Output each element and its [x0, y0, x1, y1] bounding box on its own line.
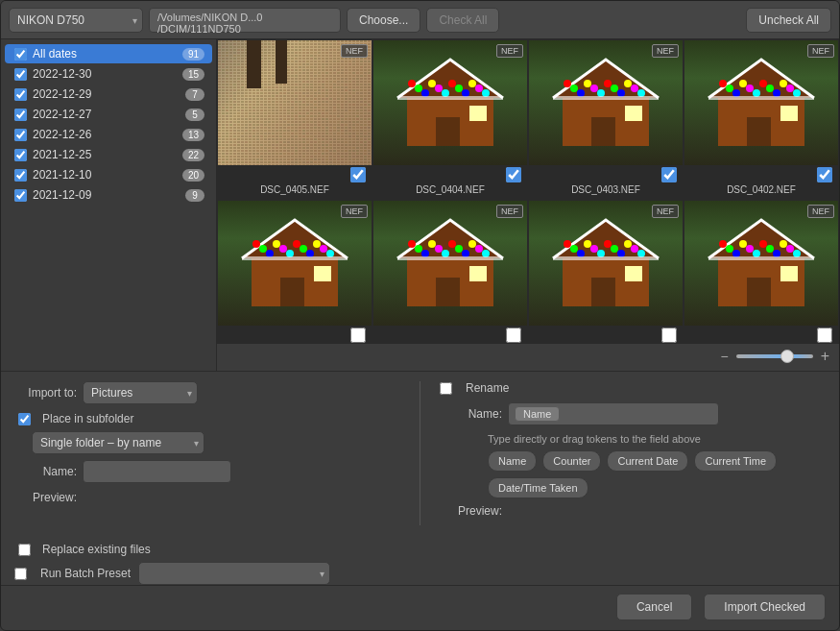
sidebar-badge-all-dates: 91 [182, 48, 204, 61]
token-btn-current-date[interactable]: Current Date [607, 450, 688, 472]
zoom-slider[interactable] [736, 354, 813, 358]
sidebar-item-2022-12-30[interactable]: 2022-12-3015 [5, 64, 212, 84]
photo-check-row-1 [373, 165, 527, 184]
choose-button[interactable]: Choose... [347, 8, 420, 33]
rename-checkbox[interactable] [440, 382, 452, 395]
rename-name-label: Name: [440, 407, 502, 421]
sidebar-badge-2022-12-26: 13 [182, 129, 204, 141]
sidebar-badge-2022-12-27: 5 [185, 109, 204, 121]
sidebar-checkbox-2021-12-10[interactable] [14, 169, 27, 182]
token-btn-current-time[interactable]: Current Time [694, 450, 777, 472]
photo-filename-1: DSC_0404.NEF [412, 184, 489, 195]
sidebar-badge-2022-12-29: 7 [185, 88, 204, 101]
check-all-button[interactable]: Check All [426, 8, 499, 33]
rename-preview-row: Preview: [440, 504, 826, 518]
photo-checkbox-0[interactable] [350, 167, 366, 182]
sidebar-badge-2021-12-10: 20 [182, 169, 204, 182]
cancel-button[interactable]: Cancel [616, 594, 692, 620]
photo-nef-badge-5: NEF [496, 205, 523, 218]
photo-cell-6: NEFDSC_0399.NEF [528, 200, 684, 344]
rename-preview-label: Preview: [440, 504, 502, 518]
photo-check-row-0 [218, 165, 372, 184]
sidebar-item-2022-12-27[interactable]: 2022-12-275 [5, 105, 212, 124]
bottom-checks-area: Replace existing files Run Batch Preset [1, 535, 839, 585]
sidebar-item-2021-12-10[interactable]: 2021-12-1020 [5, 165, 212, 184]
sidebar-badge-2021-12-09: 9 [185, 189, 204, 202]
rename-row: Rename [440, 381, 826, 395]
photo-cell-0: NEFDSC_0405.NEF [217, 39, 372, 200]
name-label: Name: [14, 465, 77, 478]
photo-thumb-3 [684, 40, 838, 165]
sidebar-checkbox-2022-12-27[interactable] [14, 109, 27, 121]
sidebar-checkbox-2022-12-26[interactable] [14, 129, 27, 141]
rename-token-field[interactable]: Name [508, 402, 719, 425]
photo-thumb-5 [373, 201, 527, 326]
photo-thumb-1 [373, 40, 527, 165]
sidebar-label-2022-12-29: 2022-12-29 [33, 87, 185, 101]
sidebar-checkbox-2021-12-25[interactable] [14, 149, 27, 161]
run-batch-checkbox[interactable] [14, 568, 27, 580]
sidebar-checkbox-2021-12-09[interactable] [14, 189, 27, 202]
top-bar: NIKON D750 /Volumes/NIKON D...0 /DCIM/11… [1, 1, 839, 39]
photo-nef-badge-4: NEF [341, 205, 368, 218]
device-select[interactable]: NIKON D750 [9, 8, 143, 33]
sidebar-label-2022-12-26: 2022-12-26 [33, 128, 182, 141]
preview-label: Preview: [14, 491, 77, 504]
photo-checkbox-6[interactable] [661, 328, 677, 343]
path-field: /Volumes/NIKON D...0 /DCIM/111ND750 [149, 8, 341, 33]
photo-cell-2: NEFDSC_0403.NEF [528, 39, 684, 200]
sidebar-item-2021-12-25[interactable]: 2021-12-2522 [5, 145, 212, 164]
run-batch-label: Run Batch Preset [40, 567, 131, 580]
sidebar-checkbox-2022-12-30[interactable] [14, 68, 27, 81]
photo-checkbox-7[interactable] [817, 328, 832, 343]
photo-thumb-7 [684, 201, 838, 326]
sidebar-label-2021-12-09: 2021-12-09 [33, 188, 185, 202]
sidebar-item-all-dates[interactable]: All dates91 [5, 44, 212, 63]
run-batch-select[interactable] [138, 562, 330, 585]
name-token-pill: Name [515, 406, 560, 422]
sidebar-item-2022-12-26[interactable]: 2022-12-2613 [5, 125, 212, 144]
uncheck-all-button[interactable]: Uncheck All [746, 8, 831, 33]
subfolder-type-select[interactable]: Single folder – by name [32, 431, 204, 454]
photo-thumb-2 [529, 40, 683, 165]
run-batch-select-wrap [138, 562, 330, 585]
sidebar-badge-2021-12-25: 22 [182, 149, 204, 161]
photo-checkbox-2[interactable] [661, 167, 677, 182]
photo-checkbox-3[interactable] [817, 167, 832, 182]
sidebar-item-2021-12-09[interactable]: 2021-12-099 [5, 185, 212, 205]
photo-cell-3: NEFDSC_0402.NEF [684, 39, 839, 200]
sidebar-checkbox-2022-12-29[interactable] [14, 88, 27, 101]
zoom-in-button[interactable]: + [821, 348, 829, 365]
import-to-row: Import to: Pictures [14, 381, 400, 404]
photo-checkbox-5[interactable] [506, 328, 521, 343]
sidebar-label-2022-12-30: 2022-12-30 [33, 67, 182, 81]
token-btn-counter[interactable]: Counter [542, 450, 601, 472]
sidebar-label-all-dates: All dates [33, 47, 182, 61]
token-btn-date/time-taken[interactable]: Date/Time Taken [488, 477, 588, 498]
photo-thumb-0 [218, 40, 372, 165]
sidebar-item-2022-12-29[interactable]: 2022-12-297 [5, 85, 212, 104]
left-panel: Import to: Pictures Place in subfolder [14, 381, 400, 525]
rename-label: Rename [466, 381, 509, 395]
place-in-subfolder-checkbox[interactable] [18, 413, 31, 425]
replace-existing-row: Replace existing files [18, 543, 826, 556]
token-btn-name[interactable]: Name [488, 450, 537, 472]
sidebar-label-2021-12-10: 2021-12-10 [33, 168, 182, 182]
sidebar-label-2021-12-25: 2021-12-25 [33, 148, 182, 161]
photo-checkbox-1[interactable] [506, 167, 521, 182]
photo-cell-4: NEFDSC_0401.NEF [217, 200, 372, 344]
photo-check-row-7 [684, 326, 838, 344]
import-button[interactable]: Import Checked [704, 594, 826, 620]
photo-checkbox-4[interactable] [350, 328, 366, 343]
import-to-label: Import to: [14, 386, 77, 400]
sidebar-checkbox-all-dates[interactable] [14, 48, 27, 61]
import-to-select[interactable]: Pictures [83, 381, 198, 404]
preview-row: Preview: [14, 491, 400, 504]
name-input[interactable] [83, 460, 231, 483]
photo-filename-2: DSC_0403.NEF [567, 184, 644, 195]
bottom-panel-inner: Import to: Pictures Place in subfolder [14, 381, 826, 525]
zoom-out-button[interactable]: − [720, 349, 728, 364]
replace-existing-checkbox[interactable] [18, 544, 31, 556]
sidebar-badge-2022-12-30: 15 [182, 68, 204, 81]
name-row: Name: [14, 460, 400, 483]
